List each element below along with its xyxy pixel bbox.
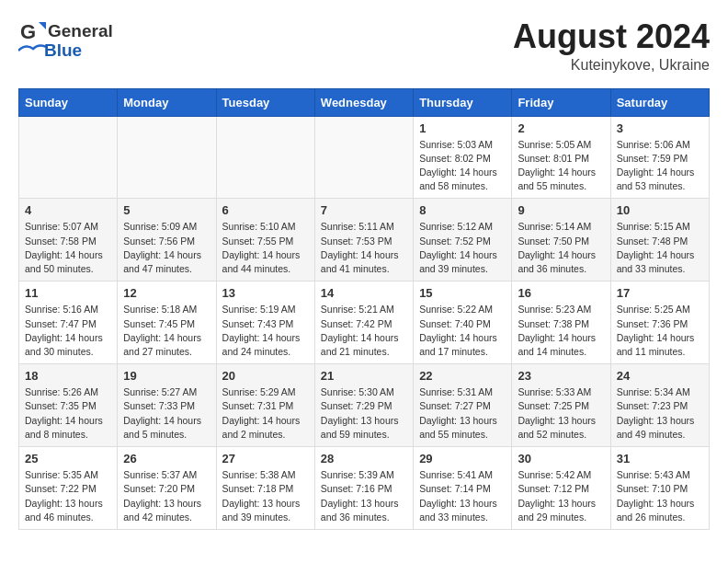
- weekday-header-monday: Monday: [118, 88, 216, 116]
- weekday-header-saturday: Saturday: [610, 88, 709, 116]
- svg-marker-1: [39, 22, 46, 29]
- month-year-title: August 2024: [513, 18, 710, 55]
- calendar-day-cell: 27Sunrise: 5:38 AMSunset: 7:18 PMDayligh…: [216, 447, 314, 530]
- calendar-day-cell: 1Sunrise: 5:03 AMSunset: 8:02 PMDaylight…: [414, 116, 512, 199]
- day-number: 29: [419, 452, 506, 465]
- logo-bird-icon: [18, 41, 46, 60]
- day-info: Sunrise: 5:14 AMSunset: 7:50 PMDaylight:…: [518, 220, 604, 276]
- day-number: 10: [617, 203, 703, 217]
- calendar-day-cell: 21Sunrise: 5:30 AMSunset: 7:29 PMDayligh…: [314, 364, 413, 447]
- calendar-day-cell: 29Sunrise: 5:41 AMSunset: 7:14 PMDayligh…: [414, 447, 512, 530]
- calendar-day-cell: 10Sunrise: 5:15 AMSunset: 7:48 PMDayligh…: [610, 199, 709, 282]
- day-info: Sunrise: 5:21 AMSunset: 7:42 PMDaylight:…: [321, 303, 407, 359]
- day-info: Sunrise: 5:33 AMSunset: 7:25 PMDaylight:…: [518, 385, 604, 442]
- logo-general-text: General: [48, 21, 113, 42]
- calendar-week-row: 4Sunrise: 5:07 AMSunset: 7:58 PMDaylight…: [19, 199, 710, 282]
- calendar-header-row: SundayMondayTuesdayWednesdayThursdayFrid…: [19, 88, 710, 116]
- day-info: Sunrise: 5:34 AMSunset: 7:23 PMDaylight:…: [617, 385, 703, 442]
- day-info: Sunrise: 5:31 AMSunset: 7:27 PMDaylight:…: [419, 385, 506, 442]
- calendar-day-cell: 28Sunrise: 5:39 AMSunset: 7:16 PMDayligh…: [314, 447, 413, 530]
- logo-blue-text: Blue: [44, 40, 82, 62]
- calendar-day-cell: 5Sunrise: 5:09 AMSunset: 7:56 PMDaylight…: [118, 199, 216, 282]
- calendar-day-cell: 12Sunrise: 5:18 AMSunset: 7:45 PMDayligh…: [118, 282, 216, 364]
- day-info: Sunrise: 5:03 AMSunset: 8:02 PMDaylight:…: [419, 138, 506, 194]
- day-info: Sunrise: 5:30 AMSunset: 7:29 PMDaylight:…: [321, 385, 407, 442]
- day-info: Sunrise: 5:25 AMSunset: 7:36 PMDaylight:…: [617, 303, 703, 359]
- logo: G General Blue: [18, 18, 113, 62]
- day-info: Sunrise: 5:35 AMSunset: 7:22 PMDaylight:…: [25, 468, 111, 524]
- day-number: 3: [617, 121, 703, 135]
- calendar-day-cell: 19Sunrise: 5:27 AMSunset: 7:33 PMDayligh…: [118, 364, 216, 447]
- calendar-day-cell: 31Sunrise: 5:43 AMSunset: 7:10 PMDayligh…: [610, 447, 709, 530]
- calendar-day-cell: [118, 116, 216, 199]
- calendar-day-cell: 17Sunrise: 5:25 AMSunset: 7:36 PMDayligh…: [610, 282, 709, 364]
- day-info: Sunrise: 5:18 AMSunset: 7:45 PMDaylight:…: [123, 303, 210, 359]
- day-info: Sunrise: 5:15 AMSunset: 7:48 PMDaylight:…: [617, 220, 703, 276]
- day-info: Sunrise: 5:43 AMSunset: 7:10 PMDaylight:…: [617, 468, 703, 524]
- day-number: 28: [321, 452, 407, 465]
- day-info: Sunrise: 5:39 AMSunset: 7:16 PMDaylight:…: [321, 468, 407, 524]
- weekday-header-thursday: Thursday: [414, 88, 512, 116]
- calendar-day-cell: 22Sunrise: 5:31 AMSunset: 7:27 PMDayligh…: [414, 364, 512, 447]
- day-info: Sunrise: 5:42 AMSunset: 7:12 PMDaylight:…: [518, 468, 604, 524]
- calendar-day-cell: [216, 116, 314, 199]
- calendar-day-cell: [19, 116, 118, 199]
- day-number: 23: [518, 369, 604, 383]
- day-number: 5: [123, 203, 210, 217]
- calendar-day-cell: [314, 116, 413, 199]
- day-number: 26: [123, 452, 210, 465]
- day-info: Sunrise: 5:38 AMSunset: 7:18 PMDaylight:…: [222, 468, 309, 524]
- day-number: 13: [222, 286, 309, 300]
- day-info: Sunrise: 5:23 AMSunset: 7:38 PMDaylight:…: [518, 303, 604, 359]
- day-number: 14: [321, 286, 407, 300]
- calendar-day-cell: 26Sunrise: 5:37 AMSunset: 7:20 PMDayligh…: [118, 447, 216, 530]
- calendar-week-row: 25Sunrise: 5:35 AMSunset: 7:22 PMDayligh…: [19, 447, 710, 530]
- day-number: 12: [123, 286, 210, 300]
- day-info: Sunrise: 5:06 AMSunset: 7:59 PMDaylight:…: [617, 138, 703, 194]
- calendar-day-cell: 24Sunrise: 5:34 AMSunset: 7:23 PMDayligh…: [610, 364, 709, 447]
- day-number: 2: [518, 121, 604, 135]
- day-number: 4: [25, 203, 111, 217]
- day-info: Sunrise: 5:26 AMSunset: 7:35 PMDaylight:…: [25, 385, 111, 442]
- day-info: Sunrise: 5:16 AMSunset: 7:47 PMDaylight:…: [25, 303, 111, 359]
- calendar-day-cell: 8Sunrise: 5:12 AMSunset: 7:52 PMDaylight…: [414, 199, 512, 282]
- day-number: 18: [25, 369, 111, 383]
- calendar-day-cell: 23Sunrise: 5:33 AMSunset: 7:25 PMDayligh…: [512, 364, 610, 447]
- day-info: Sunrise: 5:27 AMSunset: 7:33 PMDaylight:…: [123, 385, 210, 442]
- weekday-header-sunday: Sunday: [19, 88, 118, 116]
- day-number: 17: [617, 286, 703, 300]
- calendar-day-cell: 13Sunrise: 5:19 AMSunset: 7:43 PMDayligh…: [216, 282, 314, 364]
- day-info: Sunrise: 5:29 AMSunset: 7:31 PMDaylight:…: [222, 385, 309, 442]
- day-info: Sunrise: 5:22 AMSunset: 7:40 PMDaylight:…: [419, 303, 506, 359]
- calendar-day-cell: 6Sunrise: 5:10 AMSunset: 7:55 PMDaylight…: [216, 199, 314, 282]
- day-info: Sunrise: 5:11 AMSunset: 7:53 PMDaylight:…: [321, 220, 407, 276]
- calendar-day-cell: 4Sunrise: 5:07 AMSunset: 7:58 PMDaylight…: [19, 199, 118, 282]
- day-number: 9: [518, 203, 604, 217]
- day-number: 19: [123, 369, 210, 383]
- day-number: 20: [222, 369, 309, 383]
- day-number: 11: [25, 286, 111, 300]
- location-subtitle: Kuteinykove, Ukraine: [513, 57, 710, 74]
- calendar-day-cell: 11Sunrise: 5:16 AMSunset: 7:47 PMDayligh…: [19, 282, 118, 364]
- day-number: 21: [321, 369, 407, 383]
- day-number: 6: [222, 203, 309, 217]
- day-number: 7: [321, 203, 407, 217]
- day-info: Sunrise: 5:41 AMSunset: 7:14 PMDaylight:…: [419, 468, 506, 524]
- calendar-day-cell: 15Sunrise: 5:22 AMSunset: 7:40 PMDayligh…: [414, 282, 512, 364]
- page-header: G General Blue August 2024 Kuteinykove, …: [18, 18, 710, 74]
- weekday-header-friday: Friday: [512, 88, 610, 116]
- calendar-week-row: 11Sunrise: 5:16 AMSunset: 7:47 PMDayligh…: [19, 282, 710, 364]
- day-number: 1: [419, 121, 506, 135]
- calendar-day-cell: 20Sunrise: 5:29 AMSunset: 7:31 PMDayligh…: [216, 364, 314, 447]
- calendar-day-cell: 14Sunrise: 5:21 AMSunset: 7:42 PMDayligh…: [314, 282, 413, 364]
- day-number: 25: [25, 452, 111, 465]
- day-info: Sunrise: 5:09 AMSunset: 7:56 PMDaylight:…: [123, 220, 210, 276]
- day-number: 16: [518, 286, 604, 300]
- weekday-header-wednesday: Wednesday: [314, 88, 413, 116]
- day-number: 30: [518, 452, 604, 465]
- day-number: 31: [617, 452, 703, 465]
- calendar-day-cell: 30Sunrise: 5:42 AMSunset: 7:12 PMDayligh…: [512, 447, 610, 530]
- day-number: 22: [419, 369, 506, 383]
- day-info: Sunrise: 5:19 AMSunset: 7:43 PMDaylight:…: [222, 303, 309, 359]
- calendar-table: SundayMondayTuesdayWednesdayThursdayFrid…: [18, 88, 710, 530]
